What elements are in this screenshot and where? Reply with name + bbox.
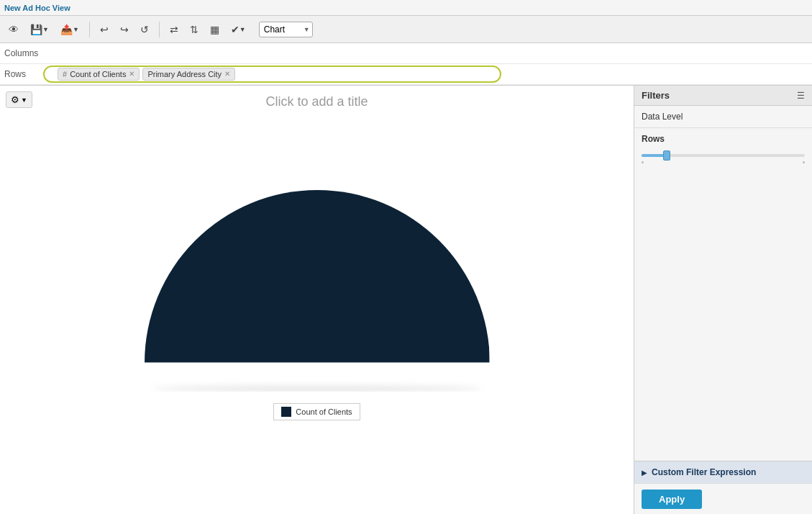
redo-button[interactable]: ↪	[116, 21, 133, 38]
legend-color-box	[281, 407, 291, 417]
check-dropdown-icon: ▼	[240, 26, 246, 33]
slider-dots	[642, 161, 805, 163]
gear-settings-button[interactable]: ⚙ ▼	[6, 91, 32, 108]
hash-icon: #	[63, 70, 67, 78]
apply-btn-area: Apply	[634, 483, 812, 514]
filters-menu-button[interactable]: ☰	[797, 91, 805, 101]
save-button[interactable]: 💾 ▼	[26, 21, 53, 38]
export-button[interactable]: 📤 ▼	[56, 21, 83, 38]
tag-label: Count of Clients	[70, 70, 126, 78]
top-bar: New Ad Hoc View	[0, 0, 812, 16]
panel-spacer	[634, 171, 812, 461]
separator-2	[159, 22, 160, 37]
page-title: New Ad Hoc View	[4, 4, 70, 12]
chart-container: Count of Clients	[0, 109, 634, 514]
switch-view-button[interactable]: ⇄	[165, 21, 183, 38]
gear-dropdown-icon: ▼	[21, 96, 27, 104]
data-level-label: Data Level	[642, 112, 683, 122]
save-dropdown-icon: ▼	[42, 26, 49, 33]
export-dropdown-icon: ▼	[73, 26, 79, 33]
remove-count-clients-btn[interactable]: ✕	[129, 71, 134, 78]
undo-button[interactable]: ↩	[96, 21, 113, 38]
filters-title: Filters	[642, 90, 670, 101]
chart-type-wrapper: Chart Table Crosstab ▼	[259, 22, 313, 37]
columns-label: Columns	[4, 48, 55, 58]
gear-icon: ⚙	[11, 94, 19, 105]
chart-shadow	[152, 386, 483, 392]
tag-label: Primary Address City	[147, 70, 222, 78]
toolbar: 👁 💾 ▼ 📤 ▼ ↩ ↪ ↺ ⇄ ⇅ ▦ ✔ ▼ Chart Table Cr…	[0, 16, 812, 43]
rows-label: Rows	[4, 69, 55, 79]
sort-button[interactable]: ⇅	[186, 21, 203, 38]
slider-fill	[642, 154, 666, 157]
reset-button[interactable]: ↺	[136, 21, 153, 38]
slider-dot	[803, 161, 805, 163]
eye-icon: 👁	[9, 24, 19, 35]
chart-type-select[interactable]: Chart Table Crosstab	[259, 22, 313, 37]
data-level-section: Data Level	[634, 106, 812, 128]
undo-icon: ↩	[100, 24, 109, 35]
expand-icon: ▶	[642, 469, 647, 477]
tag-primary-address-city: Primary Address City ✕	[142, 68, 235, 81]
columns-row: Columns	[0, 43, 812, 64]
slider-thumb[interactable]	[663, 150, 670, 161]
chart-legend: Count of Clients	[273, 403, 360, 420]
rows-section: Rows	[634, 128, 812, 171]
filters-header: Filters ☰	[634, 86, 812, 106]
columns-tags-area[interactable]	[55, 45, 808, 62]
rows-tags-area[interactable]: # Count of Clients ✕ Primary Address Cit…	[55, 66, 808, 83]
slider-dot	[642, 161, 644, 163]
chart-select-container: Chart Table Crosstab ▼	[259, 22, 313, 37]
save-icon: 💾	[30, 24, 42, 35]
preview-button[interactable]: 👁	[4, 21, 23, 38]
rows-filter-label: Rows	[642, 134, 805, 144]
semicircle-chart	[145, 190, 490, 392]
check-button[interactable]: ✔ ▼	[227, 21, 250, 38]
remove-primary-address-city-btn[interactable]: ✕	[224, 71, 230, 78]
main-layout: ⚙ ▼ Click to add a title Count of Client…	[0, 86, 812, 514]
slider-track	[642, 154, 805, 157]
right-panel: Filters ☰ Data Level Rows	[634, 86, 812, 514]
tag-count-clients: # Count of Clients ✕	[58, 68, 140, 81]
custom-filter-label: Custom Filter Expression	[652, 467, 756, 477]
check-icon: ✔	[231, 24, 240, 35]
table-icon: ▦	[210, 24, 219, 35]
rows-row: Rows # Count of Clients ✕ Primary Addres…	[0, 64, 812, 85]
sort-icon: ⇅	[190, 24, 199, 35]
canvas-area: ⚙ ▼ Click to add a title Count of Client…	[0, 86, 634, 514]
separator-1	[89, 22, 90, 37]
table-button[interactable]: ▦	[206, 21, 224, 38]
legend-label: Count of Clients	[296, 407, 352, 416]
fields-area: Columns Rows # Count of Clients ✕ Primar…	[0, 43, 812, 86]
custom-filter-section: ▶ Custom Filter Expression Apply	[634, 461, 812, 514]
switch-icon: ⇄	[170, 24, 178, 35]
apply-button[interactable]: Apply	[642, 490, 702, 509]
redo-icon: ↪	[120, 24, 129, 35]
rows-slider-container	[642, 148, 805, 165]
reset-icon: ↺	[140, 24, 149, 35]
custom-filter-header[interactable]: ▶ Custom Filter Expression	[634, 461, 812, 483]
canvas-title[interactable]: Click to add a title	[265, 94, 368, 109]
export-icon: 📤	[60, 24, 73, 35]
